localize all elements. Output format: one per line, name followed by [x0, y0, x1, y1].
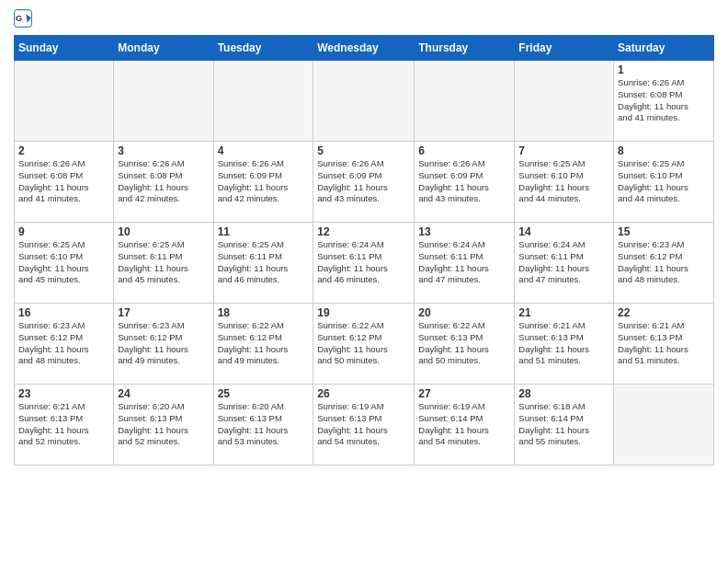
calendar-cell: 3Sunrise: 6:26 AM Sunset: 6:08 PM Daylig…	[114, 142, 213, 223]
weekday-header-wednesday: Wednesday	[313, 36, 415, 61]
day-number: 19	[317, 306, 410, 319]
day-info: Sunrise: 6:26 AM Sunset: 6:09 PM Dayligh…	[418, 158, 510, 205]
day-number: 4	[218, 144, 310, 157]
logo-area: G	[14, 9, 40, 28]
day-number: 26	[317, 387, 410, 400]
calendar-cell: 2Sunrise: 6:26 AM Sunset: 6:08 PM Daylig…	[15, 142, 114, 223]
day-number: 13	[418, 225, 510, 238]
day-info: Sunrise: 6:26 AM Sunset: 6:09 PM Dayligh…	[218, 158, 310, 205]
day-info: Sunrise: 6:25 AM Sunset: 6:10 PM Dayligh…	[18, 239, 109, 286]
calendar-cell	[515, 61, 614, 142]
calendar-cell: 12Sunrise: 6:24 AM Sunset: 6:11 PM Dayli…	[313, 223, 415, 304]
day-number: 24	[118, 387, 209, 400]
calendar-cell: 14Sunrise: 6:24 AM Sunset: 6:11 PM Dayli…	[515, 223, 614, 304]
calendar-cell: 16Sunrise: 6:23 AM Sunset: 6:12 PM Dayli…	[15, 304, 114, 385]
calendar-cell: 1Sunrise: 6:26 AM Sunset: 6:08 PM Daylig…	[614, 61, 714, 142]
day-number: 11	[218, 225, 310, 238]
calendar-cell: 10Sunrise: 6:25 AM Sunset: 6:11 PM Dayli…	[114, 223, 213, 304]
day-info: Sunrise: 6:25 AM Sunset: 6:10 PM Dayligh…	[618, 158, 710, 205]
calendar-cell: 20Sunrise: 6:22 AM Sunset: 6:13 PM Dayli…	[415, 304, 515, 385]
weekday-header-tuesday: Tuesday	[213, 36, 313, 61]
week-row-1: 1Sunrise: 6:26 AM Sunset: 6:08 PM Daylig…	[15, 61, 714, 142]
day-number: 6	[418, 144, 510, 157]
calendar-cell	[15, 61, 114, 142]
calendar-cell: 6Sunrise: 6:26 AM Sunset: 6:09 PM Daylig…	[415, 142, 515, 223]
calendar-cell: 5Sunrise: 6:26 AM Sunset: 6:09 PM Daylig…	[313, 142, 415, 223]
day-info: Sunrise: 6:21 AM Sunset: 6:13 PM Dayligh…	[518, 320, 609, 367]
day-info: Sunrise: 6:26 AM Sunset: 6:09 PM Dayligh…	[317, 158, 410, 205]
day-number: 28	[518, 387, 609, 400]
calendar-cell: 8Sunrise: 6:25 AM Sunset: 6:10 PM Daylig…	[614, 142, 714, 223]
day-info: Sunrise: 6:19 AM Sunset: 6:13 PM Dayligh…	[317, 401, 410, 448]
day-info: Sunrise: 6:20 AM Sunset: 6:13 PM Dayligh…	[218, 401, 310, 448]
day-info: Sunrise: 6:20 AM Sunset: 6:13 PM Dayligh…	[118, 401, 209, 448]
week-row-5: 23Sunrise: 6:21 AM Sunset: 6:13 PM Dayli…	[15, 385, 714, 465]
calendar-cell: 4Sunrise: 6:26 AM Sunset: 6:09 PM Daylig…	[213, 142, 313, 223]
day-number: 18	[218, 306, 310, 319]
logo-icon: G	[14, 9, 32, 28]
calendar-cell: 28Sunrise: 6:18 AM Sunset: 6:14 PM Dayli…	[515, 385, 614, 465]
day-info: Sunrise: 6:24 AM Sunset: 6:11 PM Dayligh…	[418, 239, 510, 286]
day-number: 7	[518, 144, 609, 157]
calendar-cell: 27Sunrise: 6:19 AM Sunset: 6:14 PM Dayli…	[415, 385, 515, 465]
day-number: 25	[218, 387, 310, 400]
calendar-cell: 15Sunrise: 6:23 AM Sunset: 6:12 PM Dayli…	[614, 223, 714, 304]
day-number: 1	[618, 63, 710, 76]
day-number: 5	[317, 144, 410, 157]
day-number: 22	[618, 306, 710, 319]
day-info: Sunrise: 6:24 AM Sunset: 6:11 PM Dayligh…	[518, 239, 609, 286]
week-row-2: 2Sunrise: 6:26 AM Sunset: 6:08 PM Daylig…	[15, 142, 714, 223]
day-info: Sunrise: 6:18 AM Sunset: 6:14 PM Dayligh…	[518, 401, 609, 448]
day-info: Sunrise: 6:21 AM Sunset: 6:13 PM Dayligh…	[618, 320, 710, 367]
logo: G	[14, 9, 40, 28]
calendar-cell: 21Sunrise: 6:21 AM Sunset: 6:13 PM Dayli…	[515, 304, 614, 385]
day-number: 27	[418, 387, 510, 400]
day-number: 2	[18, 144, 109, 157]
calendar-cell: 25Sunrise: 6:20 AM Sunset: 6:13 PM Dayli…	[213, 385, 313, 465]
day-number: 21	[518, 306, 609, 319]
calendar-cell: 11Sunrise: 6:25 AM Sunset: 6:11 PM Dayli…	[213, 223, 313, 304]
calendar-cell: 9Sunrise: 6:25 AM Sunset: 6:10 PM Daylig…	[15, 223, 114, 304]
calendar-cell: 13Sunrise: 6:24 AM Sunset: 6:11 PM Dayli…	[415, 223, 515, 304]
calendar-cell: 24Sunrise: 6:20 AM Sunset: 6:13 PM Dayli…	[114, 385, 213, 465]
calendar-cell: 7Sunrise: 6:25 AM Sunset: 6:10 PM Daylig…	[515, 142, 614, 223]
day-info: Sunrise: 6:23 AM Sunset: 6:12 PM Dayligh…	[618, 239, 710, 286]
weekday-header-saturday: Saturday	[614, 36, 714, 61]
day-info: Sunrise: 6:25 AM Sunset: 6:10 PM Dayligh…	[518, 158, 609, 205]
calendar-cell: 18Sunrise: 6:22 AM Sunset: 6:12 PM Dayli…	[213, 304, 313, 385]
calendar-cell: 22Sunrise: 6:21 AM Sunset: 6:13 PM Dayli…	[614, 304, 714, 385]
weekday-header-row: SundayMondayTuesdayWednesdayThursdayFrid…	[15, 36, 714, 61]
calendar-cell: 17Sunrise: 6:23 AM Sunset: 6:12 PM Dayli…	[114, 304, 213, 385]
day-info: Sunrise: 6:22 AM Sunset: 6:12 PM Dayligh…	[218, 320, 310, 367]
calendar-cell	[114, 61, 213, 142]
day-info: Sunrise: 6:22 AM Sunset: 6:13 PM Dayligh…	[418, 320, 510, 367]
day-info: Sunrise: 6:23 AM Sunset: 6:12 PM Dayligh…	[18, 320, 109, 367]
day-info: Sunrise: 6:21 AM Sunset: 6:13 PM Dayligh…	[18, 401, 109, 448]
weekday-header-monday: Monday	[114, 36, 213, 61]
day-number: 9	[18, 225, 109, 238]
day-number: 10	[118, 225, 209, 238]
header: G	[14, 9, 714, 28]
day-number: 23	[18, 387, 109, 400]
day-number: 15	[618, 225, 710, 238]
day-number: 8	[618, 144, 710, 157]
day-info: Sunrise: 6:24 AM Sunset: 6:11 PM Dayligh…	[317, 239, 410, 286]
week-row-4: 16Sunrise: 6:23 AM Sunset: 6:12 PM Dayli…	[15, 304, 714, 385]
day-number: 17	[118, 306, 209, 319]
svg-text:G: G	[16, 14, 22, 23]
calendar-cell	[213, 61, 313, 142]
week-row-3: 9Sunrise: 6:25 AM Sunset: 6:10 PM Daylig…	[15, 223, 714, 304]
day-number: 12	[317, 225, 410, 238]
calendar-cell	[614, 385, 714, 465]
day-info: Sunrise: 6:25 AM Sunset: 6:11 PM Dayligh…	[118, 239, 209, 286]
day-info: Sunrise: 6:22 AM Sunset: 6:12 PM Dayligh…	[317, 320, 410, 367]
day-number: 20	[418, 306, 510, 319]
calendar-cell	[415, 61, 515, 142]
day-info: Sunrise: 6:26 AM Sunset: 6:08 PM Dayligh…	[118, 158, 209, 205]
day-info: Sunrise: 6:23 AM Sunset: 6:12 PM Dayligh…	[118, 320, 209, 367]
calendar-cell: 19Sunrise: 6:22 AM Sunset: 6:12 PM Dayli…	[313, 304, 415, 385]
day-number: 14	[518, 225, 609, 238]
weekday-header-friday: Friday	[515, 36, 614, 61]
calendar-cell: 26Sunrise: 6:19 AM Sunset: 6:13 PM Dayli…	[313, 385, 415, 465]
day-info: Sunrise: 6:25 AM Sunset: 6:11 PM Dayligh…	[218, 239, 310, 286]
